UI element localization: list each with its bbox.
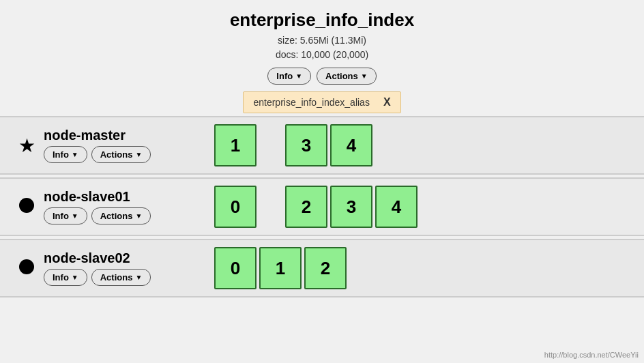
main-container: enterprise_info_index size: 5.65Mi (11.3…	[0, 0, 644, 297]
index-actions-label: Actions	[325, 71, 358, 81]
node-slave02-buttons: Info ▼ Actions ▼	[44, 269, 201, 286]
node-master-actions-chevron: ▼	[135, 151, 142, 158]
node-slave01-name: node-slave01	[44, 189, 201, 205]
shard-cell: 2	[285, 186, 327, 228]
node-row-master: ★ node-master Info ▼ Actions ▼ 1	[0, 116, 644, 175]
alias-bar: enterprise_info_index_alias X	[243, 91, 400, 113]
node-slave02-info-chevron: ▼	[72, 274, 78, 281]
index-buttons: Info ▼ Actions ▼	[0, 68, 644, 85]
node-slave01-info-button[interactable]: Info ▼	[44, 207, 87, 224]
index-title: enterprise_info_index	[0, 10, 644, 31]
node-master-info-label: Info	[53, 149, 69, 160]
shard-cell: 1	[259, 247, 302, 289]
alias-close-button[interactable]: X	[383, 96, 391, 108]
node-slave02-primary-shards: 0 1 2	[214, 247, 347, 289]
node-master-name: node-master	[44, 128, 201, 143]
circle-icon-shape-2	[19, 259, 34, 274]
info-chevron-icon: ▼	[295, 72, 302, 80]
node-slave01-buttons: Info ▼ Actions ▼	[44, 207, 201, 224]
node-slave02-shards: 0 1 2	[201, 247, 634, 289]
node-slave02-name: node-slave02	[44, 250, 201, 266]
node-slave01-actions-button[interactable]: Actions ▼	[91, 207, 151, 224]
node-row-slave01: node-slave01 Info ▼ Actions ▼ 0	[0, 177, 644, 236]
shard-cell: 1	[214, 124, 257, 166]
node-slave02-actions-chevron: ▼	[135, 274, 142, 281]
index-info-button[interactable]: Info ▼	[267, 68, 311, 85]
star-icon: ★	[10, 134, 44, 157]
node-slave02-info-label: Info	[53, 272, 69, 282]
circle-icon-2	[10, 257, 44, 279]
index-header: enterprise_info_index size: 5.65Mi (11.3…	[0, 0, 644, 90]
alias-name: enterprise_info_index_alias	[253, 97, 369, 108]
shard-cell: 2	[304, 247, 347, 289]
node-master-replica-shards: 3 4	[285, 124, 372, 166]
index-info-label: Info	[276, 71, 293, 81]
node-slave02-actions-button[interactable]: Actions ▼	[91, 269, 151, 286]
node-slave01-info-label: Info	[53, 211, 69, 221]
shard-cell: 3	[285, 124, 327, 166]
shard-cell: 3	[330, 186, 372, 228]
shard-cell: 0	[214, 186, 257, 228]
node-master-buttons: Info ▼ Actions ▼	[44, 146, 201, 163]
index-actions-button[interactable]: Actions ▼	[317, 68, 377, 85]
node-master-shards: 1 3 4	[201, 124, 634, 166]
index-size: size: 5.65Mi (11.3Mi)	[0, 33, 644, 48]
node-slave02-info: node-slave02 Info ▼ Actions ▼	[44, 250, 201, 286]
watermark: http://blog.csdn.net/CWeeYii	[544, 351, 639, 359]
alias-wrapper: enterprise_info_index_alias X	[0, 91, 644, 113]
node-master-info: node-master Info ▼ Actions ▼	[44, 128, 201, 163]
circle-icon	[10, 196, 44, 218]
node-slave02-info-button[interactable]: Info ▼	[44, 269, 87, 286]
shard-cell: 4	[375, 186, 418, 228]
node-slave02-actions-label: Actions	[100, 272, 133, 282]
node-slave01-replica-shards: 2 3 4	[285, 186, 418, 228]
node-slave01-info-chevron: ▼	[72, 212, 78, 220]
shard-cell: 4	[330, 124, 372, 166]
node-master-actions-label: Actions	[100, 149, 133, 160]
node-master-actions-button[interactable]: Actions ▼	[91, 146, 151, 163]
node-master-primary-shards: 1	[214, 124, 257, 166]
node-master-info-button[interactable]: Info ▼	[44, 146, 87, 163]
node-slave01-info: node-slave01 Info ▼ Actions ▼	[44, 189, 201, 224]
index-docs: docs: 10,000 (20,000)	[0, 48, 644, 62]
shard-cell: 0	[214, 247, 257, 289]
node-row-slave02: node-slave02 Info ▼ Actions ▼ 0 1 2	[0, 239, 644, 297]
node-slave01-actions-chevron: ▼	[135, 212, 142, 220]
node-master-info-chevron: ▼	[72, 151, 78, 158]
node-slave01-actions-label: Actions	[100, 211, 133, 221]
circle-icon-shape	[19, 198, 34, 213]
nodes-list: ★ node-master Info ▼ Actions ▼ 1	[0, 116, 644, 297]
actions-chevron-icon: ▼	[361, 72, 368, 80]
node-slave01-shards: 0 2 3 4	[201, 186, 634, 228]
node-slave01-primary-shards: 0	[214, 186, 257, 228]
